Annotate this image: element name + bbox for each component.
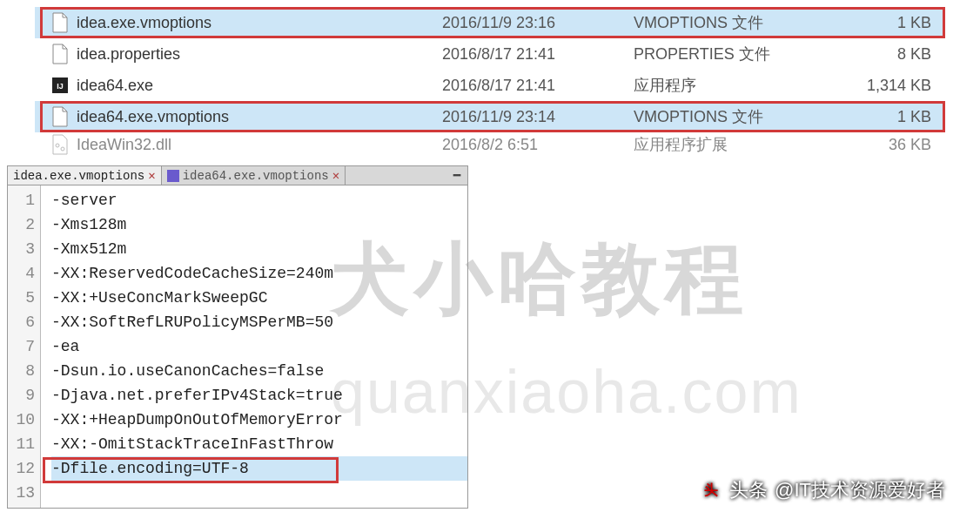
line-gutter: 1 2 3 4 5 6 7 8 9 10 11 12 13 [8,185,41,508]
file-date: 2016/11/9 23:14 [442,108,634,126]
code-line: -Xms128m [51,212,467,237]
file-date: 2016/8/17 21:41 [442,45,634,64]
code-line: -Dfile.encoding=UTF-8 [51,456,467,481]
line-number: 8 [8,359,35,383]
toutiao-icon: 头 [700,479,722,502]
code-content[interactable]: -server -Xms128m -Xmx512m -XX:ReservedCo… [41,185,467,508]
file-type: VMOPTIONS 文件 [634,12,825,33]
tab-label: idea.exe.vmoptions [13,169,144,183]
line-number: 11 [8,432,35,456]
code-line: -server [51,188,467,212]
attribution-prefix: 头条 [729,477,768,503]
file-date: 2016/8/2 6:51 [442,136,634,154]
file-name: idea.exe.vmoptions [77,14,442,32]
file-size: 1 KB [825,108,945,126]
file-size: 1 KB [825,14,945,32]
file-icon [50,105,70,128]
file-name: IdeaWin32.dll [77,136,442,154]
file-explorer-list: idea.exe.vmoptions 2016/11/9 23:16 VMOPT… [35,7,945,157]
code-body[interactable]: 1 2 3 4 5 6 7 8 9 10 11 12 13 -server -X… [8,185,467,508]
file-date: 2016/8/17 21:41 [442,77,634,95]
line-number: 7 [8,334,35,359]
file-type: PROPERTIES 文件 [634,44,825,64]
file-row[interactable]: idea.properties 2016/8/17 21:41 PROPERTI… [35,38,945,70]
code-line: -Xmx512m [51,237,467,261]
code-editor: idea.exe.vmoptions ✕ idea64.exe.vmoption… [7,165,468,509]
line-number: 5 [8,286,35,310]
file-row[interactable]: IdeaWin32.dll 2016/8/2 6:51 应用程序扩展 36 KB [35,132,945,157]
file-type: VMOPTIONS 文件 [634,106,825,127]
exe-icon: IJ [50,74,70,97]
file-type: 应用程序扩展 [634,134,825,155]
code-line: -XX:-OmitStackTraceInFastThrow [51,432,467,456]
file-icon [50,11,70,34]
code-line: -Dsun.io.useCanonCaches=false [51,359,467,383]
file-date: 2016/11/9 23:16 [442,14,634,32]
file-icon [50,43,70,65]
code-line [51,481,467,505]
file-icon [167,170,179,182]
code-line: -Djava.net.preferIPv4Stack=true [51,383,467,408]
line-number: 2 [8,212,35,237]
editor-tab[interactable]: idea64.exe.vmoptions ✕ [162,166,346,185]
line-number: 12 [8,456,35,481]
file-name: idea64.exe [77,77,442,95]
file-size: 8 KB [825,45,945,64]
line-number: 13 [8,481,35,505]
close-icon[interactable]: ✕ [332,168,339,183]
editor-tab-bar: idea.exe.vmoptions ✕ idea64.exe.vmoption… [8,166,467,185]
file-name: idea64.exe.vmoptions [77,108,442,126]
attribution-handle: @IT技术资源爱好者 [775,477,945,503]
file-row[interactable]: IJ idea64.exe 2016/8/17 21:41 应用程序 1,314… [35,70,945,101]
close-icon[interactable]: ✕ [148,168,155,183]
file-name: idea.properties [77,45,442,64]
line-number: 10 [8,408,35,432]
editor-tab[interactable]: idea.exe.vmoptions ✕ [8,166,162,185]
code-line: -XX:ReservedCodeCacheSize=240m [51,261,467,286]
minimize-icon[interactable]: ━ [446,168,467,183]
code-line: -XX:+HeapDumpOnOutOfMemoryError [51,408,467,432]
file-row[interactable]: idea64.exe.vmoptions 2016/11/9 23:14 VMO… [35,101,945,132]
file-size: 36 KB [825,136,945,154]
line-number: 3 [8,237,35,261]
file-type: 应用程序 [634,75,825,96]
file-size: 1,314 KB [825,77,945,95]
tab-label: idea64.exe.vmoptions [183,169,329,183]
code-line: -XX:SoftRefLRUPolicyMSPerMB=50 [51,310,467,334]
svg-text:IJ: IJ [57,82,64,91]
line-number: 6 [8,310,35,334]
file-row[interactable]: idea.exe.vmoptions 2016/11/9 23:16 VMOPT… [35,7,945,38]
attribution: 头 头条 @IT技术资源爱好者 [700,477,945,503]
line-number: 1 [8,188,35,212]
code-line: -XX:+UseConcMarkSweepGC [51,286,467,310]
code-line: -ea [51,334,467,359]
line-number: 9 [8,383,35,408]
line-number: 4 [8,261,35,286]
dll-icon [50,133,70,156]
